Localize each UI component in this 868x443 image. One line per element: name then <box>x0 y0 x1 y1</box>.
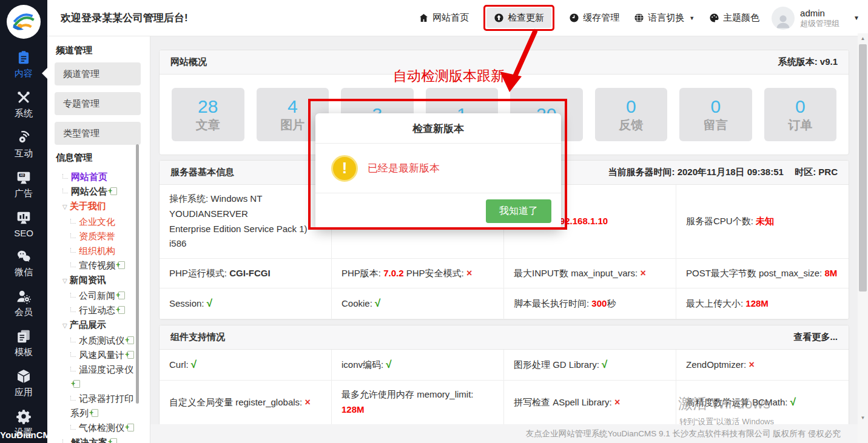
nav-cache[interactable]: 缓存管理 <box>569 12 619 24</box>
tree-item[interactable]: 网站公告 <box>55 184 142 199</box>
modal-message: 已经是最新版本 <box>368 161 440 175</box>
rail-item-app[interactable]: 应用 <box>0 364 47 404</box>
doc-add-icon[interactable] <box>118 261 125 269</box>
server-info-cell-text: Cookie: √ <box>341 295 494 312</box>
nav-update[interactable]: 检查更新 <box>486 8 551 28</box>
warning-icon: ! <box>331 155 358 182</box>
text-segment: PHP安全模式: <box>404 268 466 278</box>
server-info-cell: 脚本最长执行时间: 300秒 <box>504 288 676 319</box>
tree-item[interactable]: 解决方案 <box>55 435 142 443</box>
stat-card: 0反馈 <box>595 88 668 141</box>
doc-add-icon[interactable] <box>127 336 134 344</box>
component-cell-text: 拼写检查 ASpell Library: × <box>514 395 666 410</box>
wechat-icon <box>0 248 47 265</box>
component-cell: iconv编码: √ <box>332 350 504 381</box>
component-cell-text: 高精度数学运算 BCMath: √ <box>686 394 839 411</box>
text-segment: √ <box>191 359 197 370</box>
doc-add-icon[interactable] <box>110 438 117 443</box>
sidebar-button[interactable]: 专题管理 <box>55 92 141 115</box>
doc-add-icon[interactable] <box>118 291 125 299</box>
tree-item[interactable]: 风速风量计 <box>55 348 142 362</box>
rail-item-label: 系统 <box>15 108 33 118</box>
text-segment: 300 <box>591 298 607 308</box>
server-info-cell: 服务器CPU个数: 未知 <box>676 185 849 259</box>
server-time-value: 2020年11月18日 09:38:51 <box>678 167 784 177</box>
scroll-down-icon[interactable]: ▼ <box>858 414 868 422</box>
tree-connector-icon <box>70 307 76 312</box>
scroll-up-icon[interactable]: ▲ <box>858 35 868 43</box>
nav-theme[interactable]: 主题颜色 <box>709 12 759 24</box>
text-segment: × <box>614 397 620 407</box>
tree-item[interactable]: 组织机构 <box>55 244 142 258</box>
tree-item[interactable]: 行业动态 <box>55 303 142 318</box>
nav-label: 检查更新 <box>508 12 544 24</box>
rail-item-member[interactable]: 会员 <box>0 284 47 324</box>
see-more-link[interactable]: 查看更多... <box>793 331 838 343</box>
info-tree: 网站首页网站公告▽关于我们企业文化资质荣誉组织机构宣传视频▽新闻资讯公司新闻行业… <box>55 170 142 443</box>
rail-item-seo[interactable]: SEO <box>0 205 47 244</box>
modal-title: 检查新版本 <box>315 113 561 144</box>
tree-item[interactable]: 资质荣誉 <box>55 229 142 244</box>
modal-ok-button[interactable]: 我知道了 <box>486 199 551 223</box>
tree-connector-icon <box>70 233 76 238</box>
page-scrollbar[interactable]: ▲ ▼ <box>858 33 868 443</box>
tree-item[interactable]: 温湿度记录仪 <box>55 362 142 391</box>
rail-item-wechat[interactable]: 微信 <box>0 244 47 284</box>
tree-connector-icon <box>62 174 68 179</box>
sidebar-button[interactable]: 类型管理 <box>55 122 141 145</box>
rail-item-system[interactable]: 系统 <box>0 85 47 125</box>
text-segment: × <box>749 359 754 370</box>
topbar-nav: 网站首页检查更新缓存管理语言切换▼主题颜色 <box>419 5 768 31</box>
nav-language[interactable]: 语言切换▼ <box>634 12 695 24</box>
doc-add-icon[interactable] <box>110 187 117 195</box>
active-rail-notch <box>42 68 47 79</box>
stat-card: 28文章 <box>172 88 244 141</box>
rail-item-ad[interactable]: AD广告 <box>0 165 47 205</box>
rail-item-content[interactable]: 内容 <box>0 45 47 85</box>
user-info: admin 超级管理组 <box>800 8 839 28</box>
sidebar-button[interactable]: 频道管理 <box>55 62 141 85</box>
nav-home[interactable]: 网站首页 <box>419 12 469 24</box>
doc-add-icon[interactable] <box>127 424 134 431</box>
tree-item[interactable]: 记录器打打印系列 <box>55 391 142 421</box>
server-info-cell-text: PHP版本: 7.0.2 PHP安全模式: × <box>341 265 494 281</box>
site-logo[interactable] <box>7 5 41 39</box>
tree-item[interactable]: 宣传视频 <box>55 258 142 273</box>
member-icon <box>0 288 47 305</box>
nav-label: 网站首页 <box>432 12 469 24</box>
caret-open-icon: ▽ <box>62 204 67 210</box>
rail-item-label: 广告 <box>15 188 33 198</box>
component-cell: 高精度数学运算 BCMath: √ <box>676 381 849 425</box>
tree-item[interactable]: 气体检测仪 <box>55 421 142 435</box>
tree-connector-icon <box>70 367 76 371</box>
rail-item-interact[interactable]: 互动 <box>0 125 47 165</box>
text-segment: √ <box>207 298 212 309</box>
doc-add-icon[interactable] <box>127 351 134 359</box>
doc-add-icon[interactable] <box>73 380 80 388</box>
server-info-cell-text: 服务器CPU个数: 未知 <box>686 214 839 229</box>
version-value: v9.1 <box>820 56 838 67</box>
rail-item-template[interactable]: 模板 <box>0 324 47 364</box>
scrollbar-thumb[interactable] <box>859 44 867 291</box>
tree-item[interactable]: 网站首页 <box>55 170 142 184</box>
component-cell-text: iconv编码: √ <box>341 356 494 373</box>
tree-item-label: 企业文化 <box>79 216 115 227</box>
caret-down-icon[interactable]: ▼ <box>853 15 860 21</box>
tree-item[interactable]: ▽关于我们 <box>55 199 142 215</box>
tree-item[interactable]: ▽产品展示 <box>55 318 142 333</box>
tree-item[interactable]: 水质测试仪 <box>55 333 142 348</box>
user-menu[interactable]: admin 超级管理组 ▼ <box>772 7 860 30</box>
tree-item[interactable]: 公司新闻 <box>55 288 142 303</box>
server-info-cell-text: 脚本最长执行时间: 300秒 <box>514 296 666 311</box>
doc-add-icon[interactable] <box>92 409 98 417</box>
doc-add-icon[interactable] <box>118 306 125 314</box>
page-title: 欢迎登录某某公司管理后台! <box>61 11 188 25</box>
tree-item[interactable]: 企业文化 <box>55 215 142 229</box>
nav-label: 主题颜色 <box>723 12 759 24</box>
text-segment: 拼写检查 ASpell Library: <box>514 397 614 407</box>
sidebar-scrollbar-thumb[interactable] <box>136 144 139 404</box>
interact-icon <box>0 130 47 146</box>
avatar <box>772 7 795 30</box>
tree-item[interactable]: ▽新闻资讯 <box>55 273 142 288</box>
content-icon <box>0 50 47 66</box>
